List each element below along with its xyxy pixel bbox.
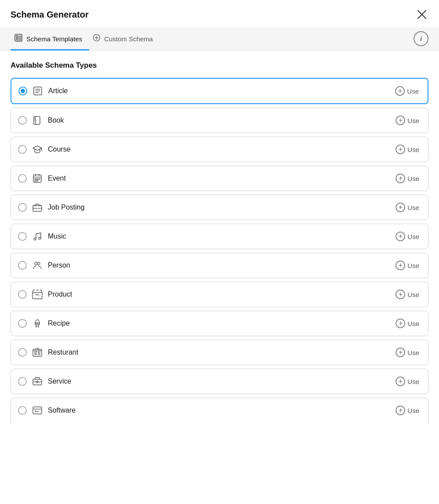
- schema-generator-modal: Schema Generator Schema Temp: [0, 0, 439, 504]
- tab-schema-templates[interactable]: Schema Templates: [11, 27, 89, 51]
- schema-label-event: Event: [48, 174, 394, 182]
- use-plus-icon-article: +: [395, 86, 405, 96]
- tab-schema-templates-label: Schema Templates: [26, 35, 82, 43]
- product-icon: [31, 288, 43, 301]
- use-label-resturant: Use: [407, 349, 419, 356]
- schema-item-person[interactable]: Person + Use: [11, 253, 428, 278]
- svg-rect-26: [37, 178, 38, 180]
- svg-point-34: [35, 262, 37, 265]
- radio-software[interactable]: [18, 406, 27, 415]
- svg-rect-29: [37, 180, 38, 181]
- use-label-service: Use: [407, 378, 419, 385]
- use-button-service[interactable]: + Use: [394, 376, 421, 387]
- book-icon: [31, 114, 43, 127]
- schema-item-course[interactable]: Course + Use: [11, 137, 428, 162]
- close-button[interactable]: [415, 8, 428, 21]
- svg-rect-4: [16, 38, 18, 40]
- schema-item-article[interactable]: Article + Use: [11, 78, 428, 104]
- schema-item-service[interactable]: Service + Use: [11, 369, 428, 394]
- radio-person[interactable]: [18, 261, 27, 270]
- schema-item-software[interactable]: Software + Use: [11, 398, 428, 424]
- radio-course[interactable]: [18, 145, 27, 154]
- schema-item-recipe[interactable]: Recipe + Use: [11, 311, 428, 336]
- use-button-event[interactable]: + Use: [394, 173, 421, 184]
- recipe-icon: [31, 317, 43, 330]
- use-button-product[interactable]: + Use: [394, 289, 421, 300]
- job-posting-icon: [31, 201, 43, 214]
- schema-label-service: Service: [48, 377, 394, 385]
- svg-rect-27: [39, 178, 40, 180]
- schema-label-resturant: Resturant: [48, 348, 394, 356]
- use-button-music[interactable]: + Use: [394, 231, 421, 242]
- use-label-recipe: Use: [407, 320, 419, 327]
- use-plus-icon-course: +: [396, 145, 405, 154]
- use-label-person: Use: [407, 262, 419, 269]
- course-icon: [31, 143, 43, 156]
- schema-item-job-posting[interactable]: Job Posting + Use: [11, 195, 428, 220]
- svg-rect-51: [33, 407, 42, 414]
- schema-label-course: Course: [48, 145, 394, 153]
- schema-label-book: Book: [48, 116, 394, 124]
- schema-label-recipe: Recipe: [48, 319, 394, 327]
- use-label-book: Use: [407, 117, 419, 124]
- restaurant-icon: [31, 346, 43, 359]
- schema-label-product: Product: [48, 290, 394, 298]
- radio-book[interactable]: [18, 116, 27, 125]
- section-title: Available Schema Types: [11, 61, 428, 70]
- music-icon: [31, 230, 43, 243]
- schema-label-article: Article: [48, 87, 393, 95]
- radio-job-posting[interactable]: [18, 203, 27, 212]
- template-icon: [14, 33, 23, 44]
- schema-item-product[interactable]: Product + Use: [11, 282, 428, 307]
- use-button-person[interactable]: + Use: [394, 260, 421, 271]
- article-icon: [32, 85, 44, 97]
- radio-music[interactable]: [18, 232, 27, 241]
- use-plus-icon-recipe: +: [396, 319, 405, 328]
- use-button-job-posting[interactable]: + Use: [394, 202, 421, 213]
- schema-item-event[interactable]: Event + Use: [11, 166, 428, 191]
- use-label-course: Use: [407, 146, 419, 153]
- radio-resturant[interactable]: [18, 348, 27, 357]
- svg-rect-41: [38, 351, 40, 353]
- radio-service[interactable]: [18, 377, 27, 386]
- radio-article[interactable]: [18, 87, 27, 95]
- use-button-course[interactable]: + Use: [394, 144, 421, 155]
- svg-rect-43: [38, 354, 40, 355]
- use-button-recipe[interactable]: + Use: [394, 318, 421, 329]
- svg-rect-16: [34, 116, 40, 124]
- radio-event[interactable]: [18, 174, 27, 183]
- use-button-resturant[interactable]: + Use: [394, 347, 421, 358]
- use-plus-icon-music: +: [396, 232, 405, 241]
- use-button-book[interactable]: + Use: [394, 115, 421, 126]
- service-icon: [31, 375, 43, 388]
- schema-item-music[interactable]: Music + Use: [11, 224, 428, 249]
- svg-rect-28: [35, 180, 36, 181]
- info-button[interactable]: i: [414, 31, 428, 46]
- schema-label-person: Person: [48, 261, 394, 269]
- svg-rect-42: [35, 354, 36, 355]
- person-icon: [31, 259, 43, 272]
- use-button-article[interactable]: + Use: [393, 85, 421, 97]
- radio-product[interactable]: [18, 290, 27, 299]
- use-label-job-posting: Use: [407, 204, 419, 211]
- schema-label-job-posting: Job Posting: [48, 203, 394, 211]
- use-label-music: Use: [407, 233, 419, 240]
- software-icon: [31, 404, 43, 417]
- use-button-software[interactable]: + Use: [394, 405, 421, 416]
- event-icon: [31, 172, 43, 185]
- modal-title: Schema Generator: [11, 10, 89, 20]
- schema-item-resturant[interactable]: Resturant + Use: [11, 340, 428, 365]
- radio-recipe[interactable]: [18, 319, 27, 328]
- use-plus-icon-book: +: [396, 116, 405, 125]
- use-label-event: Use: [407, 175, 419, 182]
- use-plus-icon-software: +: [396, 406, 405, 415]
- info-icon: i: [420, 35, 422, 43]
- use-plus-icon-resturant: +: [396, 348, 405, 357]
- use-plus-icon-person: +: [396, 261, 405, 270]
- schema-list: Article + Use Book: [11, 78, 428, 424]
- schema-item-book[interactable]: Book + Use: [11, 108, 428, 133]
- tab-custom-schema[interactable]: Custom Schema: [89, 28, 160, 50]
- use-label-software: Use: [407, 407, 419, 414]
- tab-custom-schema-label: Custom Schema: [104, 35, 153, 43]
- use-plus-icon-product: +: [396, 290, 405, 299]
